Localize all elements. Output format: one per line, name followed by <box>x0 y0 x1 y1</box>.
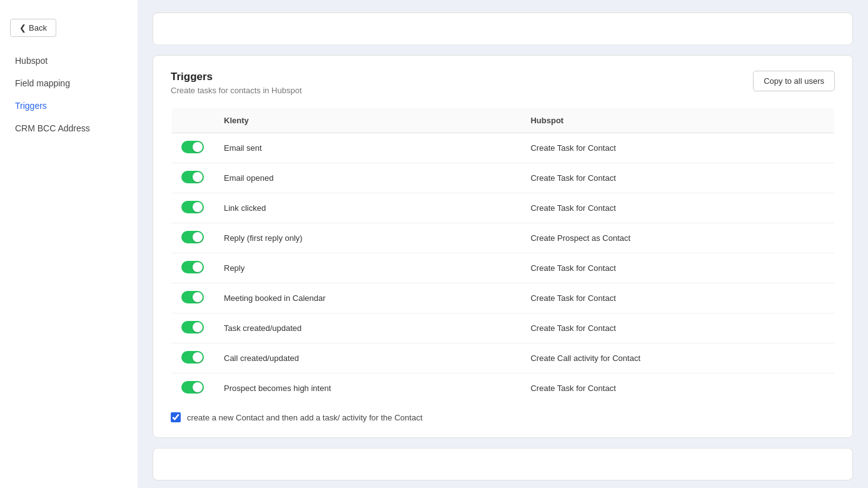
trigger-hubspot-action: Create Task for Contact <box>520 163 834 193</box>
checkbox-row: create a new Contact and then add a task… <box>171 412 835 422</box>
toggle-cell <box>171 283 214 313</box>
toggle-col-header <box>171 108 214 133</box>
copy-to-all-users-button[interactable]: Copy to all users <box>753 71 835 91</box>
table-row: Email openedCreate Task for Contact <box>171 163 835 193</box>
bottom-card <box>153 448 853 480</box>
trigger-klenty-label: Task created/updated <box>214 313 520 343</box>
toggle-switch[interactable] <box>181 381 204 394</box>
triggers-table: Klenty Hubspot Email sentCreate Task for… <box>171 108 835 404</box>
table-row: Reply (first reply only)Create Prospect … <box>171 223 835 253</box>
toggle-cell <box>171 313 214 343</box>
toggle-switch[interactable] <box>181 261 204 273</box>
table-row: Call created/updatedCreate Call activity… <box>171 343 835 374</box>
main-content: Triggers Create tasks for contacts in Hu… <box>138 0 868 488</box>
toggle-switch[interactable] <box>181 201 204 213</box>
trigger-hubspot-action: Create Task for Contact <box>520 253 834 283</box>
trigger-klenty-label: Prospect becomes high intent <box>214 374 520 404</box>
toggle-switch[interactable] <box>181 231 204 243</box>
sidebar-item-triggers[interactable]: Triggers <box>0 94 138 117</box>
triggers-card: Triggers Create tasks for contacts in Hu… <box>153 55 853 438</box>
trigger-klenty-label: Reply (first reply only) <box>214 223 520 253</box>
toggle-switch[interactable] <box>181 351 204 363</box>
toggle-switch[interactable] <box>181 141 204 153</box>
toggle-switch[interactable] <box>181 171 204 183</box>
table-row: Prospect becomes high intentCreate Task … <box>171 374 835 404</box>
top-card <box>153 13 853 45</box>
new-contact-checkbox[interactable] <box>171 412 181 422</box>
table-row: Task created/updatedCreate Task for Cont… <box>171 313 835 343</box>
trigger-hubspot-action: Create Prospect as Contact <box>520 223 834 253</box>
back-arrow-icon: ❮ <box>19 23 26 33</box>
toggle-cell <box>171 253 214 283</box>
table-row: Email sentCreate Task for Contact <box>171 133 835 163</box>
table-row: ReplyCreate Task for Contact <box>171 253 835 283</box>
table-row: Meeting booked in CalendarCreate Task fo… <box>171 283 835 313</box>
klenty-col-header: Klenty <box>214 108 520 133</box>
trigger-hubspot-action: Create Task for Contact <box>520 133 834 163</box>
toggle-cell <box>171 343 214 374</box>
toggle-switch[interactable] <box>181 291 204 303</box>
toggle-cell <box>171 223 214 253</box>
trigger-hubspot-action: Create Task for Contact <box>520 374 834 404</box>
toggle-switch[interactable] <box>181 321 204 333</box>
triggers-title: Triggers <box>171 71 302 83</box>
toggle-cell <box>171 163 214 193</box>
trigger-klenty-label: Link clicked <box>214 193 520 223</box>
trigger-klenty-label: Email opened <box>214 163 520 193</box>
toggle-cell <box>171 374 214 404</box>
triggers-subtitle: Create tasks for contacts in Hubspot <box>171 86 302 95</box>
sidebar: ❮ Back HubspotField mappingTriggersCRM B… <box>0 0 138 488</box>
trigger-hubspot-action: Create Task for Contact <box>520 313 834 343</box>
checkbox-label: create a new Contact and then add a task… <box>187 413 423 422</box>
sidebar-item-hubspot[interactable]: Hubspot <box>0 49 138 72</box>
trigger-klenty-label: Call created/updated <box>214 343 520 374</box>
back-button[interactable]: ❮ Back <box>10 19 56 37</box>
sidebar-item-crm-bcc[interactable]: CRM BCC Address <box>0 117 138 140</box>
back-label: Back <box>29 23 47 33</box>
toggle-cell <box>171 193 214 223</box>
trigger-hubspot-action: Create Call activity for Contact <box>520 343 834 374</box>
sidebar-item-field-mapping[interactable]: Field mapping <box>0 72 138 94</box>
triggers-header: Triggers Create tasks for contacts in Hu… <box>171 71 835 95</box>
table-row: Link clickedCreate Task for Contact <box>171 193 835 223</box>
hubspot-col-header: Hubspot <box>520 108 834 133</box>
trigger-klenty-label: Reply <box>214 253 520 283</box>
trigger-klenty-label: Meeting booked in Calendar <box>214 283 520 313</box>
table-header-row: Klenty Hubspot <box>171 108 835 133</box>
sidebar-nav: HubspotField mappingTriggersCRM BCC Addr… <box>0 49 138 140</box>
triggers-title-block: Triggers Create tasks for contacts in Hu… <box>171 71 302 95</box>
trigger-hubspot-action: Create Task for Contact <box>520 193 834 223</box>
trigger-hubspot-action: Create Task for Contact <box>520 283 834 313</box>
toggle-cell <box>171 133 214 163</box>
trigger-klenty-label: Email sent <box>214 133 520 163</box>
